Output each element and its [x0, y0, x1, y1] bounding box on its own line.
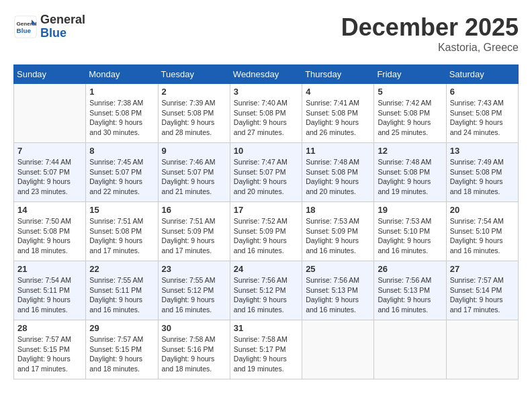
weekday-header-tuesday: Tuesday	[158, 65, 230, 84]
calendar-cell: 22Sunrise: 7:55 AM Sunset: 5:11 PM Dayli…	[86, 261, 158, 320]
calendar-cell: 5Sunrise: 7:42 AM Sunset: 5:08 PM Daylig…	[374, 84, 446, 143]
day-info: Sunrise: 7:56 AM Sunset: 5:13 PM Dayligh…	[378, 275, 442, 315]
svg-text:Blue: Blue	[17, 27, 32, 34]
day-number: 28	[17, 323, 82, 333]
day-number: 8	[89, 146, 154, 156]
day-info: Sunrise: 7:41 AM Sunset: 5:08 PM Dayligh…	[306, 98, 370, 138]
day-number: 4	[306, 87, 370, 97]
day-info: Sunrise: 7:55 AM Sunset: 5:12 PM Dayligh…	[162, 275, 226, 315]
day-number: 9	[162, 146, 226, 156]
day-number: 22	[89, 264, 154, 274]
day-number: 23	[162, 264, 226, 274]
day-info: Sunrise: 7:40 AM Sunset: 5:08 PM Dayligh…	[234, 98, 298, 138]
calendar-cell	[302, 320, 374, 379]
day-number: 6	[450, 87, 515, 97]
day-info: Sunrise: 7:47 AM Sunset: 5:07 PM Dayligh…	[234, 157, 298, 197]
calendar-header-row: SundayMondayTuesdayWednesdayThursdayFrid…	[14, 65, 519, 84]
calendar-cell: 15Sunrise: 7:51 AM Sunset: 5:08 PM Dayli…	[86, 202, 158, 261]
logo-icon: General Blue	[13, 15, 38, 39]
day-number: 10	[234, 146, 298, 156]
day-number: 25	[306, 264, 370, 274]
weekday-header-friday: Friday	[374, 65, 446, 84]
day-number: 2	[162, 87, 226, 97]
month-title: December 2025	[341, 13, 519, 42]
calendar-cell: 27Sunrise: 7:57 AM Sunset: 5:14 PM Dayli…	[446, 261, 518, 320]
day-number: 30	[162, 323, 226, 333]
day-info: Sunrise: 7:54 AM Sunset: 5:10 PM Dayligh…	[450, 216, 515, 256]
day-info: Sunrise: 7:57 AM Sunset: 5:14 PM Dayligh…	[450, 275, 515, 315]
calendar-cell: 24Sunrise: 7:56 AM Sunset: 5:12 PM Dayli…	[230, 261, 302, 320]
calendar-cell: 23Sunrise: 7:55 AM Sunset: 5:12 PM Dayli…	[158, 261, 230, 320]
logo: General Blue General Blue	[13, 13, 85, 40]
weekday-header-monday: Monday	[86, 65, 158, 84]
page-header: General Blue General Blue December 2025 …	[13, 13, 519, 54]
logo-blue-text: Blue	[40, 27, 85, 40]
calendar-week-row: 21Sunrise: 7:54 AM Sunset: 5:11 PM Dayli…	[14, 261, 519, 320]
day-number: 18	[306, 205, 370, 215]
day-info: Sunrise: 7:56 AM Sunset: 5:12 PM Dayligh…	[234, 275, 298, 315]
weekday-header-sunday: Sunday	[14, 65, 86, 84]
day-number: 31	[234, 323, 298, 333]
logo-general-text: General	[40, 13, 85, 27]
logo-text: General Blue	[40, 13, 85, 40]
day-info: Sunrise: 7:49 AM Sunset: 5:08 PM Dayligh…	[450, 157, 515, 197]
day-number: 21	[17, 264, 82, 274]
day-info: Sunrise: 7:44 AM Sunset: 5:07 PM Dayligh…	[17, 157, 82, 197]
calendar-week-row: 28Sunrise: 7:57 AM Sunset: 5:15 PM Dayli…	[14, 320, 519, 379]
day-number: 14	[17, 205, 82, 215]
day-number: 12	[378, 146, 442, 156]
calendar-cell: 13Sunrise: 7:49 AM Sunset: 5:08 PM Dayli…	[446, 143, 518, 202]
calendar-table: SundayMondayTuesdayWednesdayThursdayFrid…	[13, 64, 519, 379]
day-info: Sunrise: 7:58 AM Sunset: 5:17 PM Dayligh…	[234, 334, 298, 374]
calendar-cell: 26Sunrise: 7:56 AM Sunset: 5:13 PM Dayli…	[374, 261, 446, 320]
calendar-cell: 3Sunrise: 7:40 AM Sunset: 5:08 PM Daylig…	[230, 84, 302, 143]
day-number: 19	[378, 205, 442, 215]
calendar-cell: 29Sunrise: 7:57 AM Sunset: 5:15 PM Dayli…	[86, 320, 158, 379]
weekday-header-thursday: Thursday	[302, 65, 374, 84]
day-number: 24	[234, 264, 298, 274]
day-number: 20	[450, 205, 515, 215]
calendar-cell: 31Sunrise: 7:58 AM Sunset: 5:17 PM Dayli…	[230, 320, 302, 379]
day-info: Sunrise: 7:48 AM Sunset: 5:08 PM Dayligh…	[378, 157, 442, 197]
calendar-cell: 25Sunrise: 7:56 AM Sunset: 5:13 PM Dayli…	[302, 261, 374, 320]
day-info: Sunrise: 7:51 AM Sunset: 5:09 PM Dayligh…	[162, 216, 226, 256]
day-info: Sunrise: 7:55 AM Sunset: 5:11 PM Dayligh…	[89, 275, 154, 315]
day-info: Sunrise: 7:51 AM Sunset: 5:08 PM Dayligh…	[89, 216, 154, 256]
day-info: Sunrise: 7:42 AM Sunset: 5:08 PM Dayligh…	[378, 98, 442, 138]
calendar-cell	[446, 320, 518, 379]
day-info: Sunrise: 7:48 AM Sunset: 5:08 PM Dayligh…	[306, 157, 370, 197]
day-info: Sunrise: 7:57 AM Sunset: 5:15 PM Dayligh…	[17, 334, 82, 374]
calendar-cell	[374, 320, 446, 379]
calendar-cell: 20Sunrise: 7:54 AM Sunset: 5:10 PM Dayli…	[446, 202, 518, 261]
calendar-cell: 12Sunrise: 7:48 AM Sunset: 5:08 PM Dayli…	[374, 143, 446, 202]
calendar-cell: 17Sunrise: 7:52 AM Sunset: 5:09 PM Dayli…	[230, 202, 302, 261]
calendar-week-row: 14Sunrise: 7:50 AM Sunset: 5:08 PM Dayli…	[14, 202, 519, 261]
day-number: 3	[234, 87, 298, 97]
day-info: Sunrise: 7:50 AM Sunset: 5:08 PM Dayligh…	[17, 216, 82, 256]
calendar-cell: 19Sunrise: 7:53 AM Sunset: 5:10 PM Dayli…	[374, 202, 446, 261]
day-info: Sunrise: 7:45 AM Sunset: 5:07 PM Dayligh…	[89, 157, 154, 197]
day-info: Sunrise: 7:38 AM Sunset: 5:08 PM Dayligh…	[89, 98, 154, 138]
calendar-cell: 4Sunrise: 7:41 AM Sunset: 5:08 PM Daylig…	[302, 84, 374, 143]
day-number: 1	[89, 87, 154, 97]
day-number: 7	[17, 146, 82, 156]
day-number: 5	[378, 87, 442, 97]
day-info: Sunrise: 7:46 AM Sunset: 5:07 PM Dayligh…	[162, 157, 226, 197]
calendar-cell: 9Sunrise: 7:46 AM Sunset: 5:07 PM Daylig…	[158, 143, 230, 202]
day-info: Sunrise: 7:57 AM Sunset: 5:15 PM Dayligh…	[89, 334, 154, 374]
calendar-week-row: 1Sunrise: 7:38 AM Sunset: 5:08 PM Daylig…	[14, 84, 519, 143]
calendar-cell: 10Sunrise: 7:47 AM Sunset: 5:07 PM Dayli…	[230, 143, 302, 202]
location: Kastoria, Greece	[341, 42, 519, 54]
calendar-week-row: 7Sunrise: 7:44 AM Sunset: 5:07 PM Daylig…	[14, 143, 519, 202]
day-number: 27	[450, 264, 515, 274]
day-number: 29	[89, 323, 154, 333]
calendar-cell: 30Sunrise: 7:58 AM Sunset: 5:16 PM Dayli…	[158, 320, 230, 379]
calendar-cell: 18Sunrise: 7:53 AM Sunset: 5:09 PM Dayli…	[302, 202, 374, 261]
day-info: Sunrise: 7:52 AM Sunset: 5:09 PM Dayligh…	[234, 216, 298, 256]
day-info: Sunrise: 7:58 AM Sunset: 5:16 PM Dayligh…	[162, 334, 226, 374]
weekday-header-saturday: Saturday	[446, 65, 518, 84]
calendar-cell: 7Sunrise: 7:44 AM Sunset: 5:07 PM Daylig…	[14, 143, 86, 202]
weekday-header-wednesday: Wednesday	[230, 65, 302, 84]
calendar-cell: 16Sunrise: 7:51 AM Sunset: 5:09 PM Dayli…	[158, 202, 230, 261]
calendar-cell: 2Sunrise: 7:39 AM Sunset: 5:08 PM Daylig…	[158, 84, 230, 143]
